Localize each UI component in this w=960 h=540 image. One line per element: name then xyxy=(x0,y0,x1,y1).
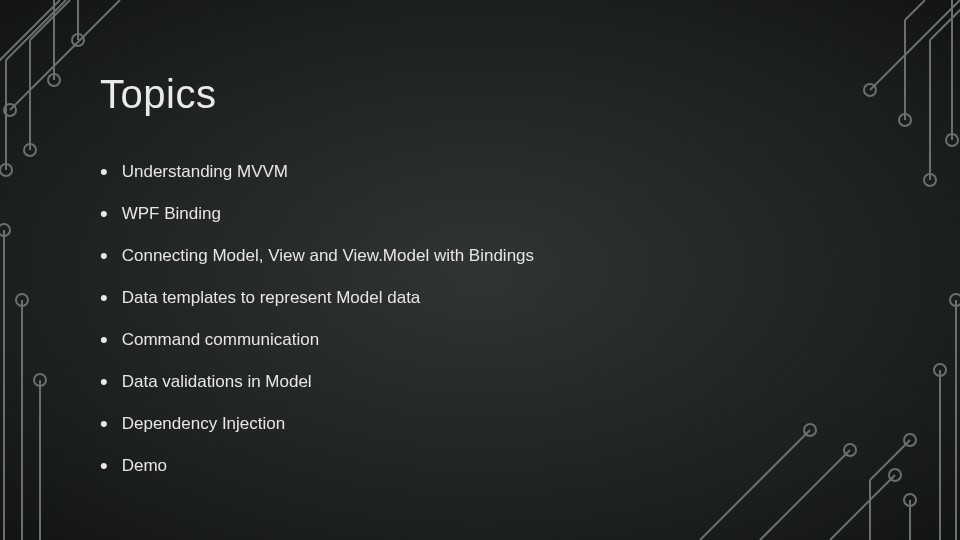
slide-title: Topics xyxy=(100,72,900,117)
svg-line-8 xyxy=(30,0,70,40)
list-item: • WPF Binding xyxy=(100,203,900,225)
svg-point-29 xyxy=(946,134,958,146)
list-item-text: WPF Binding xyxy=(122,204,221,224)
list-item-text: Demo xyxy=(122,456,167,476)
svg-point-24 xyxy=(899,114,911,126)
list-item: • Data templates to represent Model data xyxy=(100,287,900,309)
bullet-icon: • xyxy=(100,161,108,183)
list-item: • Dependency Injection xyxy=(100,413,900,435)
bullet-icon: • xyxy=(100,413,108,435)
bullet-icon: • xyxy=(100,455,108,477)
content-area: Topics • Understanding MVVM • WPF Bindin… xyxy=(100,72,900,497)
list-item-text: Understanding MVVM xyxy=(122,162,288,182)
bullet-list: • Understanding MVVM • WPF Binding • Con… xyxy=(100,161,900,477)
bullet-icon: • xyxy=(100,287,108,309)
svg-line-26 xyxy=(930,0,960,40)
svg-point-3 xyxy=(4,104,16,116)
list-item-text: Data validations in Model xyxy=(122,372,312,392)
list-item: • Data validations in Model xyxy=(100,371,900,393)
bullet-icon: • xyxy=(100,371,108,393)
svg-point-6 xyxy=(0,164,12,176)
bullet-icon: • xyxy=(100,329,108,351)
bullet-icon: • xyxy=(100,203,108,225)
list-item-text: Data templates to represent Model data xyxy=(122,288,421,308)
svg-line-23 xyxy=(905,0,925,20)
svg-point-27 xyxy=(924,174,936,186)
svg-line-5 xyxy=(6,0,66,60)
svg-point-19 xyxy=(34,374,46,386)
svg-point-44 xyxy=(950,294,960,306)
svg-point-13 xyxy=(72,34,84,46)
svg-point-42 xyxy=(934,364,946,376)
list-item: • Command communication xyxy=(100,329,900,351)
list-item: • Understanding MVVM xyxy=(100,161,900,183)
svg-point-9 xyxy=(24,144,36,156)
list-item-text: Connecting Model, View and View.Model wi… xyxy=(122,246,534,266)
svg-point-15 xyxy=(0,224,10,236)
svg-point-11 xyxy=(48,74,60,86)
list-item: • Connecting Model, View and View.Model … xyxy=(100,245,900,267)
list-item-text: Command communication xyxy=(122,330,319,350)
list-item: • Demo xyxy=(100,455,900,477)
svg-point-38 xyxy=(904,434,916,446)
bullet-icon: • xyxy=(100,245,108,267)
svg-point-17 xyxy=(16,294,28,306)
svg-point-40 xyxy=(904,494,916,506)
svg-line-0 xyxy=(0,0,60,80)
list-item-text: Dependency Injection xyxy=(122,414,286,434)
slide: Topics • Understanding MVVM • WPF Bindin… xyxy=(0,0,960,540)
